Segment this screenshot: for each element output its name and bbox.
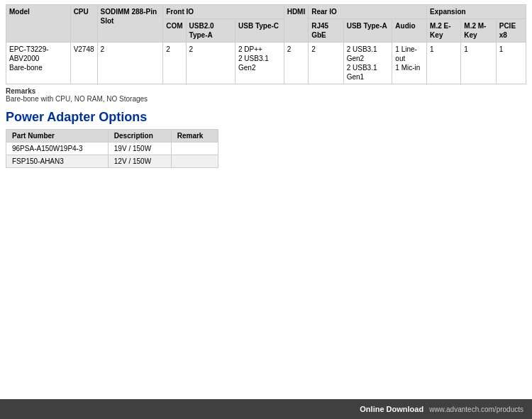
col-com: COM xyxy=(163,19,186,43)
power-row-1: 96PSA-A150W19P4-3 19V / 150W xyxy=(6,143,218,155)
footer: Online Download www.advantech.com/produc… xyxy=(0,399,532,419)
cell-m2-mkey: 1 xyxy=(461,43,496,84)
cell-cpu: V2748 xyxy=(70,43,97,84)
col-model: Model xyxy=(6,5,71,43)
cell-hdmi: 2 xyxy=(284,43,309,84)
col-hdmi: HDMI xyxy=(284,5,309,43)
group-rear-io: Rear IO xyxy=(309,5,427,19)
col-usb20: USB2.0 Type-A xyxy=(186,19,235,43)
remarks-text: Bare-bone with CPU, NO RAM, NO Storages xyxy=(6,95,148,103)
power-col-remark: Remark xyxy=(171,130,218,143)
col-sodimm: SODIMM 288-Pin Slot xyxy=(97,5,163,43)
cell-usb-typec: 2 DP++ 2 USB3.1 Gen2 xyxy=(235,43,284,84)
header-row-top: Model CPU SODIMM 288-Pin Slot Front IO H… xyxy=(6,5,526,19)
footer-url: www.advantech.com/products xyxy=(429,406,523,413)
power-remark-1 xyxy=(171,143,218,155)
power-part-2: FSP150-AHAN3 xyxy=(6,155,109,168)
remarks-title: Remarks xyxy=(6,87,35,95)
col-usb-a: USB Type-A xyxy=(343,19,392,43)
cell-usb20: 2 xyxy=(186,43,235,84)
power-header-row: Part Number Description Remark xyxy=(6,130,218,143)
remarks-section: Remarks Bare-bone with CPU, NO RAM, NO S… xyxy=(6,87,526,103)
col-rj45: RJ45 GbE xyxy=(309,19,343,43)
col-usb-typec: USB Type-C xyxy=(235,19,284,43)
col-m2-mkey: M.2 M-Key xyxy=(461,19,496,43)
power-remark-2 xyxy=(171,155,218,168)
power-adapter-section: Power Adapter Options Part Number Descri… xyxy=(6,110,526,168)
power-row-2: FSP150-AHAN3 12V / 150W xyxy=(6,155,218,168)
power-table: Part Number Description Remark 96PSA-A15… xyxy=(6,129,218,168)
col-m2-ekey: M.2 E-Key xyxy=(427,19,461,43)
specs-table: Model CPU SODIMM 288-Pin Slot Front IO H… xyxy=(6,4,526,84)
cell-com: 2 xyxy=(163,43,186,84)
table-row: EPC-T3229-ABV2000 Bare-bone V2748 2 2 2 … xyxy=(6,43,526,84)
cell-rj45: 2 xyxy=(309,43,343,84)
power-section-title: Power Adapter Options xyxy=(6,110,526,125)
cell-usb-a: 2 USB3.1 Gen2 2 USB3.1 Gen1 xyxy=(343,43,392,84)
cell-sodimm: 2 xyxy=(97,43,163,84)
power-desc-2: 12V / 150W xyxy=(108,155,171,168)
cell-pcie: 1 xyxy=(496,43,526,84)
cell-audio: 1 Line-out 1 Mic-in xyxy=(392,43,427,84)
footer-label: Online Download xyxy=(360,405,423,413)
col-audio: Audio xyxy=(392,19,427,43)
col-cpu: CPU xyxy=(70,5,97,43)
group-front-io: Front IO xyxy=(163,5,284,19)
power-col-desc: Description xyxy=(108,130,171,143)
col-pcie: PCIE x8 xyxy=(496,19,526,43)
cell-model: EPC-T3229-ABV2000 Bare-bone xyxy=(6,43,71,84)
power-part-1: 96PSA-A150W19P4-3 xyxy=(6,143,109,155)
cell-m2-ekey: 1 xyxy=(427,43,461,84)
group-expansion: Expansion xyxy=(427,5,526,19)
power-desc-1: 19V / 150W xyxy=(108,143,171,155)
power-col-part: Part Number xyxy=(6,130,109,143)
main-content: Model CPU SODIMM 288-Pin Slot Front IO H… xyxy=(0,0,532,168)
